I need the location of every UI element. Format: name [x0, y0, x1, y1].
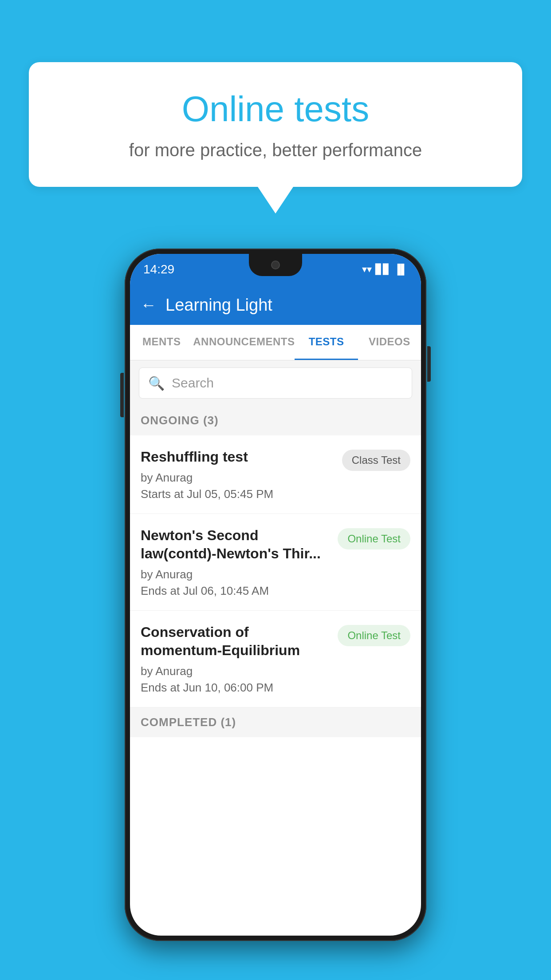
status-icons: ▾▾ ▊▊ ▐▌: [362, 264, 408, 275]
search-bar[interactable]: 🔍 Search: [139, 368, 412, 399]
speech-bubble-title: Online tests: [64, 89, 487, 130]
completed-label: COMPLETED (1): [141, 715, 236, 729]
battery-icon: ▐▌: [394, 264, 408, 275]
camera: [271, 261, 280, 269]
search-placeholder: Search: [172, 375, 214, 391]
notch: [249, 254, 302, 276]
test-item-conservation-badge: Online Test: [338, 625, 410, 646]
speech-bubble-subtitle: for more practice, better performance: [64, 140, 487, 160]
speech-bubble-tail: [258, 187, 293, 213]
phone-screen: 14:29 ▾▾ ▊▊ ▐▌ ← Learning Light MENTS: [130, 254, 421, 936]
speech-bubble: Online tests for more practice, better p…: [29, 62, 522, 187]
test-item-newton-badge: Online Test: [338, 528, 410, 549]
test-item-reshuffling-date: Starts at Jul 05, 05:45 PM: [141, 487, 333, 501]
wifi-icon: ▾▾: [362, 264, 372, 275]
phone-container: 14:29 ▾▾ ▊▊ ▐▌ ← Learning Light MENTS: [125, 249, 426, 941]
phone-side-button-right: [427, 346, 431, 382]
speech-bubble-container: Online tests for more practice, better p…: [29, 62, 522, 213]
phone-side-button-left: [120, 373, 124, 417]
completed-section-header: COMPLETED (1): [130, 707, 421, 737]
back-button[interactable]: ←: [141, 296, 157, 314]
status-bar: 14:29 ▾▾ ▊▊ ▐▌: [130, 254, 421, 285]
search-icon: 🔍: [148, 375, 165, 391]
app-bar-title: Learning Light: [165, 296, 272, 315]
test-item-newton-date: Ends at Jul 06, 10:45 AM: [141, 584, 329, 598]
tab-bar: MENTS ANNOUNCEMENTS TESTS VIDEOS: [130, 325, 421, 360]
status-time: 14:29: [143, 262, 174, 277]
test-item-conservation-content: Conservation of momentum-Equilibrium by …: [141, 623, 329, 695]
test-item-newton-content: Newton's Second law(contd)-Newton's Thir…: [141, 526, 329, 598]
test-item-newton-author: by Anurag: [141, 568, 329, 581]
test-item-newton-title: Newton's Second law(contd)-Newton's Thir…: [141, 526, 329, 563]
test-item-newton[interactable]: Newton's Second law(contd)-Newton's Thir…: [130, 514, 421, 611]
tab-announcements[interactable]: ANNOUNCEMENTS: [193, 325, 295, 360]
test-item-reshuffling-title: Reshuffling test: [141, 448, 333, 466]
test-item-reshuffling-badge: Class Test: [342, 450, 410, 471]
test-list: Reshuffling test by Anurag Starts at Jul…: [130, 435, 421, 707]
test-item-reshuffling-author: by Anurag: [141, 471, 333, 485]
signal-icon: ▊▊: [375, 264, 390, 275]
test-item-conservation-date: Ends at Jun 10, 06:00 PM: [141, 681, 329, 695]
tab-tests[interactable]: TESTS: [295, 325, 358, 360]
tab-videos[interactable]: VIDEOS: [358, 325, 421, 360]
ongoing-section-header: ONGOING (3): [130, 406, 421, 435]
app-bar: ← Learning Light: [130, 285, 421, 325]
test-item-conservation[interactable]: Conservation of momentum-Equilibrium by …: [130, 611, 421, 707]
tab-ments[interactable]: MENTS: [130, 325, 193, 360]
test-item-conservation-author: by Anurag: [141, 664, 329, 678]
phone-outer: 14:29 ▾▾ ▊▊ ▐▌ ← Learning Light MENTS: [125, 249, 426, 941]
test-item-reshuffling[interactable]: Reshuffling test by Anurag Starts at Jul…: [130, 435, 421, 514]
test-item-reshuffling-content: Reshuffling test by Anurag Starts at Jul…: [141, 448, 333, 501]
test-item-conservation-title: Conservation of momentum-Equilibrium: [141, 623, 329, 660]
ongoing-label: ONGOING (3): [141, 414, 219, 427]
search-bar-container: 🔍 Search: [130, 360, 421, 406]
